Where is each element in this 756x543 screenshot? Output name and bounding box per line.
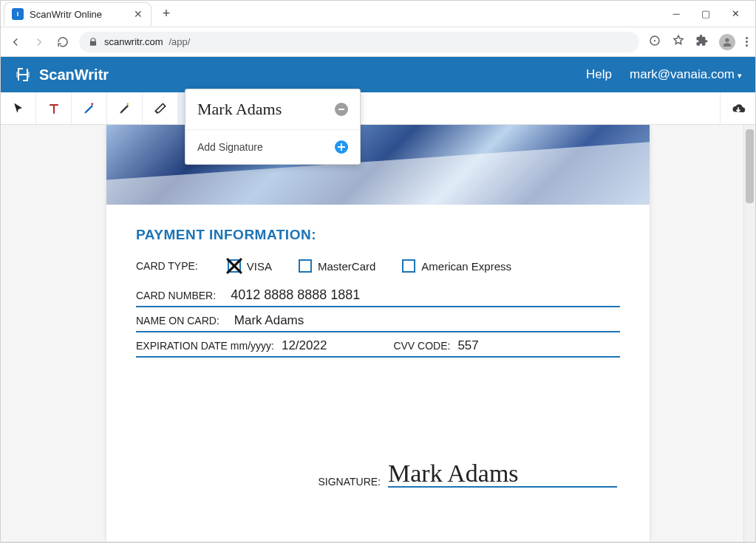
name-on-card-value[interactable]: Mark Adams bbox=[234, 313, 304, 328]
tool-eraser[interactable] bbox=[143, 92, 178, 124]
tool-pen[interactable] bbox=[72, 92, 107, 124]
name-on-card-label: NAME ON CARD: bbox=[136, 315, 219, 327]
document-page[interactable]: PAYMENT INFORMATION: CARD TYPE: VISA Mas… bbox=[106, 125, 650, 542]
signature-label: SIGNATURE: bbox=[318, 476, 381, 488]
signature-value[interactable]: Mark Adams bbox=[388, 461, 519, 486]
cvv-label: CVV CODE: bbox=[393, 340, 450, 352]
svg-rect-3 bbox=[90, 102, 93, 105]
site-info-icon[interactable] bbox=[648, 34, 661, 49]
help-link[interactable]: Help bbox=[586, 67, 612, 82]
card-option-label: VISA bbox=[247, 260, 272, 273]
reload-button-icon[interactable] bbox=[55, 35, 70, 49]
tab-favicon: I bbox=[12, 8, 24, 20]
card-option-amex[interactable]: American Express bbox=[402, 259, 511, 273]
window-titlebar: I ScanWritr Online ✕ + bbox=[1, 1, 755, 27]
checkbox-amex[interactable] bbox=[402, 259, 415, 273]
tool-select[interactable] bbox=[1, 92, 36, 124]
add-signature-button[interactable] bbox=[335, 140, 348, 154]
lock-icon bbox=[88, 37, 98, 47]
profile-avatar-icon[interactable] bbox=[719, 34, 735, 50]
signature-preview: Mark Adams bbox=[197, 100, 282, 119]
vertical-scrollbar[interactable] bbox=[743, 125, 755, 542]
card-number-label: CARD NUMBER: bbox=[136, 290, 216, 301]
window-controls bbox=[670, 8, 752, 19]
tool-export[interactable] bbox=[720, 92, 755, 124]
browser-urlbar: scanwritr.com/app/ bbox=[1, 27, 755, 57]
expiration-value[interactable]: 12/2022 bbox=[282, 338, 327, 353]
tool-marker[interactable] bbox=[107, 92, 143, 124]
card-option-label: American Express bbox=[421, 260, 511, 273]
signature-dropdown: Mark Adams Add Signature bbox=[185, 89, 361, 165]
window-minimize-icon[interactable] bbox=[670, 8, 683, 19]
svg-point-1 bbox=[654, 40, 655, 41]
scrollbar-thumb[interactable] bbox=[746, 129, 754, 203]
card-number-value[interactable]: 4012 8888 8888 1881 bbox=[231, 287, 360, 303]
chevron-down-icon: ▾ bbox=[738, 71, 742, 80]
tab-title: ScanWritr Online bbox=[30, 9, 102, 20]
card-option-mastercard[interactable]: MasterCard bbox=[299, 259, 375, 273]
card-option-visa[interactable]: VISA bbox=[228, 259, 272, 273]
forward-button-icon[interactable] bbox=[32, 35, 47, 49]
window-maximize-icon[interactable] bbox=[699, 8, 712, 19]
expiration-label: EXPIRATION DATE mm/yyyy: bbox=[136, 340, 274, 352]
svg-point-2 bbox=[725, 38, 729, 41]
section-title: PAYMENT INFORMATION: bbox=[136, 227, 620, 243]
url-path: /app/ bbox=[168, 36, 190, 47]
pen-icon bbox=[82, 101, 97, 116]
editor-toolbar bbox=[1, 92, 755, 125]
user-email: mark@vanaia.com bbox=[630, 67, 735, 81]
remove-signature-button[interactable] bbox=[335, 103, 348, 116]
bookmark-icon[interactable] bbox=[672, 34, 685, 49]
text-icon bbox=[47, 101, 61, 116]
add-signature-label: Add Signature bbox=[197, 141, 263, 153]
extensions-icon[interactable] bbox=[695, 34, 709, 49]
window-close-icon[interactable] bbox=[729, 8, 742, 19]
url-host: scanwritr.com bbox=[104, 36, 163, 47]
address-bar[interactable]: scanwritr.com/app/ bbox=[79, 32, 639, 52]
svg-rect-4 bbox=[126, 102, 129, 105]
checkbox-visa[interactable] bbox=[228, 259, 241, 273]
cloud-save-icon bbox=[731, 101, 746, 116]
cvv-value[interactable]: 557 bbox=[457, 338, 478, 353]
user-menu[interactable]: mark@vanaia.com▾ bbox=[630, 67, 742, 82]
checkbox-mastercard[interactable] bbox=[299, 259, 312, 273]
signature-underline bbox=[388, 486, 617, 488]
signature-row[interactable]: Mark Adams bbox=[185, 89, 360, 130]
browser-tab[interactable]: I ScanWritr Online ✕ bbox=[4, 2, 151, 26]
new-tab-button[interactable]: + bbox=[156, 4, 177, 24]
card-type-label: CARD TYPE: bbox=[136, 260, 198, 272]
app-logo[interactable]: ScanWritr bbox=[14, 66, 109, 83]
app-header: ScanWritr Help mark@vanaia.com▾ bbox=[1, 57, 755, 92]
browser-menu-icon[interactable] bbox=[746, 37, 748, 47]
cursor-icon bbox=[11, 101, 26, 116]
add-signature-row[interactable]: Add Signature bbox=[185, 130, 360, 164]
marker-icon bbox=[118, 101, 132, 116]
card-option-label: MasterCard bbox=[318, 260, 375, 273]
eraser-icon bbox=[153, 101, 168, 116]
app-name: ScanWritr bbox=[39, 66, 109, 83]
canvas-area: PAYMENT INFORMATION: CARD TYPE: VISA Mas… bbox=[1, 125, 755, 542]
tool-text[interactable] bbox=[36, 92, 72, 124]
close-tab-icon[interactable]: ✕ bbox=[133, 9, 143, 19]
back-button-icon[interactable] bbox=[8, 35, 23, 49]
logo-icon bbox=[14, 66, 32, 83]
